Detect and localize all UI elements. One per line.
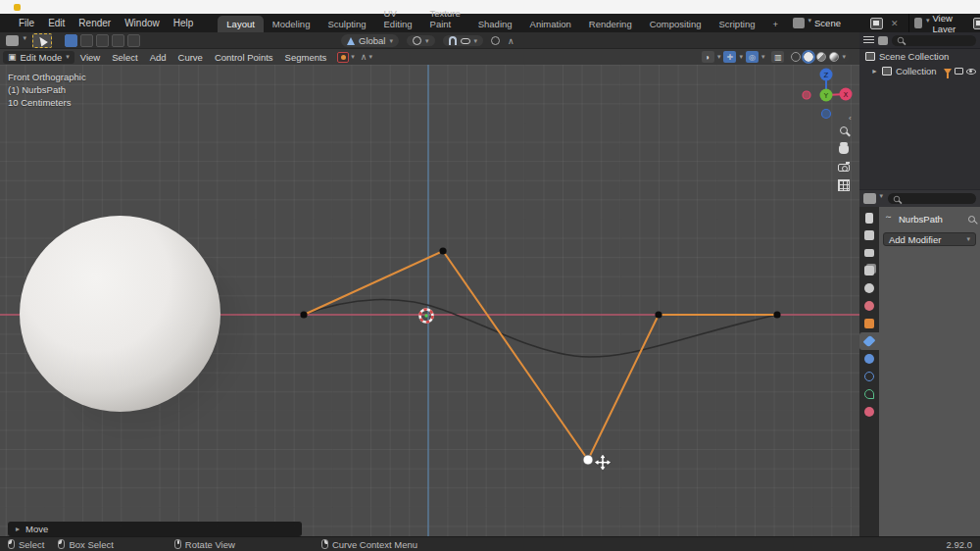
show-overlays-icon[interactable]: ◎ bbox=[746, 51, 759, 63]
shading-material-icon[interactable] bbox=[816, 52, 826, 62]
control-point-selected[interactable] bbox=[583, 455, 593, 465]
tab-rendering[interactable]: Rendering bbox=[580, 16, 641, 32]
status-bar: Select Box Select Rotate View Curve Cont… bbox=[0, 536, 980, 551]
gizmo-minus-z-axis[interactable] bbox=[822, 110, 831, 119]
mouse-middle-icon bbox=[174, 539, 181, 549]
new-scene-icon[interactable] bbox=[870, 18, 883, 29]
tab-scripting[interactable]: Scripting bbox=[710, 16, 764, 32]
select-mode-extend-icon[interactable] bbox=[80, 34, 93, 47]
menu-window[interactable]: Window bbox=[118, 16, 167, 30]
operator-panel-move[interactable]: ▸ Move bbox=[8, 522, 302, 536]
outliner-row-collection[interactable]: ► Collection bbox=[859, 64, 980, 78]
select-mode-intersect-icon[interactable] bbox=[127, 34, 140, 47]
hide-viewport-eye-icon[interactable] bbox=[966, 69, 976, 75]
zoom-tool-icon[interactable] bbox=[836, 123, 852, 138]
properties-search-input[interactable] bbox=[888, 193, 976, 204]
vp-menu-curve[interactable]: Curve bbox=[172, 51, 209, 64]
select-box-tool-button[interactable] bbox=[32, 33, 52, 48]
pan-hand-icon[interactable] bbox=[836, 141, 852, 157]
snap-target-icon bbox=[461, 38, 470, 44]
select-mode-subtract-icon[interactable] bbox=[96, 34, 109, 47]
camera-view-icon[interactable] bbox=[836, 160, 852, 175]
tab-world[interactable] bbox=[859, 297, 879, 315]
tab-view-layer[interactable] bbox=[859, 262, 879, 279]
xray-toggle-icon[interactable]: ▥ bbox=[771, 51, 784, 63]
collapse-arrow-icon[interactable]: ‹ bbox=[849, 114, 852, 123]
menu-render[interactable]: Render bbox=[72, 16, 118, 30]
tab-scene[interactable] bbox=[859, 279, 879, 297]
object-type-visibility-icon[interactable]: ◗ bbox=[702, 51, 714, 63]
expand-arrow-icon[interactable]: ▸ bbox=[16, 525, 20, 533]
menu-edit[interactable]: Edit bbox=[41, 16, 72, 30]
chevron-down-icon[interactable]: ▾ bbox=[368, 53, 372, 61]
tab-texture-paint[interactable]: Texture Paint bbox=[421, 5, 469, 32]
snap-controls[interactable]: ▾ bbox=[443, 35, 484, 46]
menu-help[interactable]: Help bbox=[167, 16, 201, 30]
tab-animation[interactable]: Animation bbox=[521, 16, 580, 32]
mode-dropdown[interactable]: ▣ Edit Mode ▾ bbox=[3, 51, 74, 64]
vp-menu-view[interactable]: View bbox=[74, 51, 106, 64]
editor-type-icon[interactable] bbox=[6, 35, 19, 46]
pivot-point-dropdown[interactable]: ▾ bbox=[407, 35, 435, 46]
tab-uv-editing[interactable]: UV Editing bbox=[375, 5, 421, 32]
new-view-layer-icon[interactable] bbox=[973, 18, 980, 29]
curve-display-icon[interactable]: ∧ bbox=[361, 52, 368, 62]
vp-menu-add[interactable]: Add bbox=[144, 51, 172, 64]
add-modifier-button[interactable]: Add Modifier ▾ bbox=[883, 232, 976, 246]
select-mode-set-icon[interactable] bbox=[65, 34, 77, 47]
show-gizmo-icon[interactable]: ✛ bbox=[723, 51, 736, 63]
control-point[interactable] bbox=[439, 247, 446, 254]
tab-physics[interactable] bbox=[859, 368, 879, 385]
handle-display-icon[interactable] bbox=[337, 52, 349, 63]
tab-render[interactable] bbox=[859, 226, 879, 244]
add-workspace-button[interactable]: + bbox=[763, 16, 787, 32]
control-point[interactable] bbox=[300, 311, 307, 318]
tab-modifiers[interactable] bbox=[859, 332, 879, 350]
shading-wireframe-icon[interactable] bbox=[791, 52, 801, 62]
filter-exclude-icon[interactable] bbox=[944, 69, 952, 75]
editor-type-icon[interactable] bbox=[863, 193, 876, 204]
chevron-down-icon: ▾ bbox=[717, 53, 721, 61]
view-layer-selector[interactable]: View Layer ✕ bbox=[908, 14, 980, 32]
outliner-row-scene-collection[interactable]: Scene Collection bbox=[859, 49, 980, 64]
control-point[interactable] bbox=[773, 311, 780, 318]
chevron-down-icon[interactable]: ▾ bbox=[351, 53, 355, 61]
tab-shading[interactable]: Shading bbox=[469, 16, 521, 32]
shading-rendered-icon[interactable] bbox=[829, 52, 839, 62]
tab-layout[interactable]: Layout bbox=[218, 16, 264, 32]
chevron-down-icon: ▾ bbox=[425, 37, 429, 45]
tab-object-data[interactable] bbox=[859, 403, 879, 421]
select-mode-invert-icon[interactable] bbox=[112, 34, 124, 47]
control-point[interactable] bbox=[655, 311, 662, 318]
vp-menu-control-points[interactable]: Control Points bbox=[209, 51, 279, 64]
tab-tool[interactable] bbox=[859, 209, 879, 226]
vp-menu-select[interactable]: Select bbox=[106, 51, 143, 64]
proportional-edit-icon[interactable] bbox=[491, 36, 500, 45]
tab-object[interactable] bbox=[859, 315, 879, 332]
row-toggles bbox=[944, 68, 976, 75]
display-mode-icon[interactable] bbox=[878, 36, 888, 45]
falloff-curve-icon[interactable]: ∧ bbox=[508, 36, 514, 46]
tab-output[interactable] bbox=[859, 244, 879, 262]
disable-viewport-icon[interactable] bbox=[955, 68, 963, 75]
outliner-search-input[interactable] bbox=[892, 35, 976, 46]
tab-sculpting[interactable]: Sculpting bbox=[318, 16, 374, 32]
pin-icon[interactable] bbox=[968, 216, 975, 223]
transform-orientation-dropdown[interactable]: Global ▾ bbox=[341, 34, 399, 47]
vp-menu-segments[interactable]: Segments bbox=[279, 51, 333, 64]
viewport-3d[interactable]: Z Y X ▣ Edit Mode ▾ View Select Add Curv… bbox=[0, 49, 859, 536]
perspective-toggle-icon[interactable] bbox=[836, 177, 852, 193]
properties-breadcrumb[interactable]: NurbsPath bbox=[879, 211, 980, 226]
menu-file[interactable]: File bbox=[12, 16, 41, 30]
filter-icon[interactable] bbox=[863, 36, 874, 45]
tab-constraints[interactable] bbox=[859, 385, 879, 403]
tab-particles[interactable] bbox=[859, 350, 879, 368]
navigation-gizmo[interactable]: Z Y X bbox=[803, 69, 853, 119]
tab-modeling[interactable]: Modeling bbox=[264, 16, 319, 32]
expand-arrow-icon[interactable]: ► bbox=[871, 68, 878, 75]
gizmo-minus-x-axis[interactable] bbox=[803, 91, 810, 99]
scene-selector[interactable]: Scene ✕ bbox=[787, 14, 907, 32]
unlink-scene-icon[interactable]: ✕ bbox=[891, 19, 899, 28]
shading-solid-icon[interactable] bbox=[804, 52, 813, 62]
tab-compositing[interactable]: Compositing bbox=[641, 16, 710, 32]
